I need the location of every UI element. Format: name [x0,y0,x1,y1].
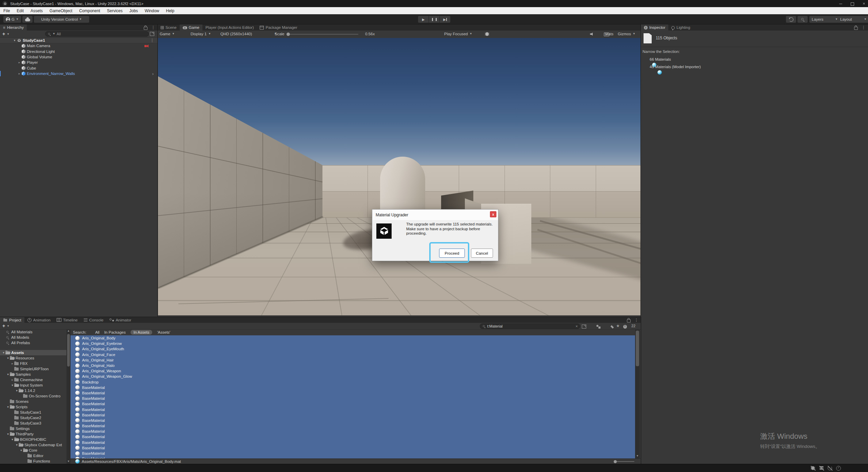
pick-window-icon[interactable] [582,324,586,329]
favorite-search-item[interactable]: All Prefabs [0,340,66,346]
play-focused-dropdown[interactable]: Play Focused▼ [444,31,472,37]
asset-list-item[interactable]: BaseMaterial [71,390,635,396]
asset-list-item[interactable]: Aris_Original_Weapon_Glow [71,374,635,379]
asset-list-item[interactable]: BaseMaterial [71,423,635,429]
play-button[interactable]: ▶ [418,16,429,23]
resolution-dropdown[interactable]: QHD (2560x1440)▼ [220,31,277,37]
asset-list-item[interactable]: BaseMaterial [71,407,635,412]
asset-list-item[interactable]: Aris_Original_Hair [71,357,635,363]
scroll-down-icon[interactable]: ▼ [66,460,71,463]
menu-item[interactable]: GameObject [46,8,76,13]
menu-item[interactable]: Jobs [126,8,141,13]
scope-all[interactable]: All [95,330,100,334]
create-asset-button[interactable]: + [2,323,5,328]
expander-icon[interactable] [12,39,17,42]
version-control-dropdown[interactable]: Unity Version Control ▼ [34,16,89,23]
hierarchy-item[interactable]: StudyCase1 › ⋮ [0,38,158,43]
scope-in-assets[interactable]: In Assets [131,330,153,335]
tab-animator[interactable]: Animator [106,317,134,323]
folder-tree-item[interactable]: Assets [0,350,66,355]
expander-icon[interactable] [6,405,10,409]
panel-menu-icon[interactable]: ⋮ [862,25,866,29]
undo-history-button[interactable] [786,16,796,23]
tab-animation[interactable]: Animation [24,317,54,323]
layout-dropdown[interactable]: Layout▼ [838,16,868,23]
scroll-down-icon[interactable]: ▼ [635,454,640,458]
scope-in-packages[interactable]: In Packages [104,330,125,334]
hierarchy-item[interactable]: Player › ⋮ [0,60,158,65]
folder-tree-item[interactable]: Skybox Cubemap Ext [0,442,66,448]
folder-tree-item[interactable]: Core [0,448,66,453]
step-button[interactable]: ▶ [440,16,450,23]
folder-tree-item[interactable]: FBX [0,361,66,366]
expander-icon[interactable] [15,389,19,392]
scrollbar-thumb[interactable] [67,334,70,367]
tab-project[interactable]: Project [0,317,24,323]
dialog-close-button[interactable]: x [490,211,496,217]
project-search-input[interactable]: t:Material × [480,323,580,329]
scale-slider-thumb[interactable] [287,33,290,36]
clear-search-icon[interactable]: × [576,324,578,328]
folder-tree-item[interactable]: Editor [0,453,66,458]
menu-item[interactable]: Edit [13,8,27,13]
tab-player-input-actions[interactable]: Player (Input Actions Editor) [202,24,257,31]
expander-icon[interactable] [15,443,19,447]
menu-item[interactable]: File [0,8,13,13]
add-object-button[interactable]: + [2,32,5,36]
search-by-label-icon[interactable] [610,325,614,329]
folder-tree-item[interactable]: Samples [0,372,66,377]
hidden-count-icon[interactable] [623,325,627,329]
asset-list-item[interactable]: Aris_Original_Eyebrow [71,341,635,346]
asset-list-item[interactable]: Aris_Original_Body [71,335,635,341]
asset-list-item[interactable]: BaseMaterial [71,412,635,418]
expander-icon[interactable] [11,438,14,441]
chevron-down-icon[interactable]: ▼ [7,325,9,328]
expander-icon[interactable] [11,362,14,365]
expander-icon[interactable] [6,373,10,376]
list-scrollbar[interactable]: ▼ [635,329,640,458]
folder-tree-item[interactable]: Scripts [0,404,66,410]
sync-disabled-icon[interactable] [827,466,833,471]
tab-hierarchy[interactable]: ≡ Hierarchy [0,24,27,31]
narrow-materials-link[interactable]: 66 Materials [650,57,671,61]
dialog-title-bar[interactable]: Material Upgrader [372,210,498,220]
menu-item[interactable]: Services [103,8,126,13]
account-button[interactable]: G ▼ [3,16,21,23]
asset-list-item[interactable]: Aris_Original_EyeMouth [71,346,635,352]
asset-list-item[interactable]: Backdrop [71,379,635,385]
expander-icon[interactable] [2,351,5,354]
stats-button[interactable]: Stats [605,31,613,37]
folder-tree-item[interactable]: On-Screen Contro [0,393,66,399]
menu-item[interactable]: Window [141,8,163,13]
thumbnail-zoom-track[interactable] [615,461,634,462]
lock-icon[interactable] [854,27,858,30]
asset-list-item[interactable]: BaseMaterial [71,401,635,407]
folder-tree-item[interactable]: ThirdParty [0,431,66,437]
asset-list-item[interactable]: BaseMaterial [71,456,635,458]
favorite-search-item[interactable]: All Models [0,335,66,340]
gizmos-dropdown[interactable]: Gizmos▼ [618,31,635,37]
folder-tree-item[interactable]: StudyCase1 [0,410,66,415]
hierarchy-item[interactable]: Directional Light › ⋮ [0,49,158,54]
display-dropdown[interactable]: Display 1▼ [191,31,211,37]
hierarchy-search-input[interactable]: ▼ All [45,31,149,37]
thumbnail-zoom-thumb[interactable] [614,460,617,463]
asset-list-item[interactable]: BaseMaterial [71,385,635,390]
menu-item[interactable]: Help [163,8,178,13]
pick-window-icon[interactable] [150,32,154,36]
tree-scrollbar[interactable]: ▲ ▼ [66,329,71,464]
lock-icon[interactable] [144,27,147,30]
cache-disabled-icon[interactable] [819,466,825,471]
chevron-right-icon[interactable]: › [152,71,154,76]
mute-audio-icon[interactable] [590,32,594,36]
folder-tree-item[interactable]: StudyCase3 [0,420,66,426]
folder-tree-item[interactable]: Functions [0,458,66,464]
tab-console[interactable]: Console [81,317,106,323]
tab-timeline[interactable]: Timeline [54,317,81,323]
scroll-up-icon[interactable]: ▲ [66,329,71,333]
hierarchy-item[interactable]: Environment_Narrow_Walls › ⋮ [0,71,158,76]
asset-list-item[interactable]: BaseMaterial [71,451,635,456]
folder-tree-item[interactable]: 1.14.2 [0,388,66,393]
maximize-button[interactable] [850,2,854,6]
panel-menu-icon[interactable]: ⋮ [634,318,638,322]
